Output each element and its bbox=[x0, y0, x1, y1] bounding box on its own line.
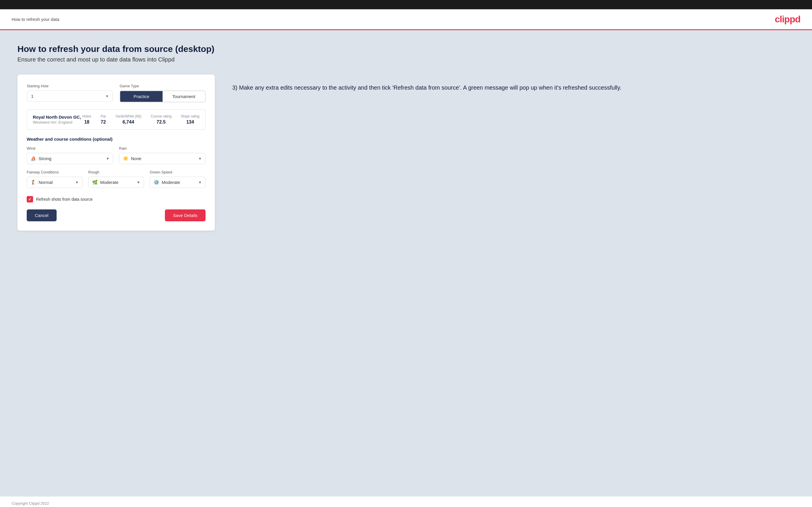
holes-value: 18 bbox=[83, 119, 92, 125]
fairway-select-wrapper[interactable]: 🏌 Normal Dry Wet Lush ▼ bbox=[27, 177, 83, 188]
course-location: Westward Ho!, England bbox=[33, 120, 81, 124]
rain-select-wrapper[interactable]: ☀️ None Light Heavy ▼ bbox=[119, 153, 206, 164]
starting-hole-label: Starting Hole bbox=[27, 84, 113, 88]
logo: clippd bbox=[775, 14, 800, 25]
page-heading: How to refresh your data from source (de… bbox=[17, 44, 795, 54]
header-title: How to refresh your data bbox=[12, 17, 59, 22]
starting-hole-game-type-row: Starting Hole 1 10 ▼ Game Type Practice … bbox=[27, 84, 206, 102]
rain-group: Rain ☀️ None Light Heavy ▼ bbox=[119, 146, 206, 164]
fairway-icon: 🏌 bbox=[31, 179, 36, 185]
rough-select[interactable]: Moderate Light Heavy bbox=[100, 177, 140, 188]
green-speed-group: Green Speed ⚙️ Moderate Slow Fast ▼ bbox=[150, 170, 206, 188]
green-speed-icon: ⚙️ bbox=[154, 179, 159, 185]
wind-icon: ⛵ bbox=[31, 156, 36, 161]
sidebar-description: 3) Make any extra edits necessary to the… bbox=[232, 83, 795, 92]
fairway-group: Fairway Conditions 🏌 Normal Dry Wet Lush… bbox=[27, 170, 83, 188]
par-label: Par bbox=[100, 114, 106, 118]
wind-select-wrapper[interactable]: ⛵ Strong None Light Moderate ▼ bbox=[27, 153, 113, 164]
green-speed-select[interactable]: Moderate Slow Fast bbox=[162, 177, 202, 188]
rain-label: Rain bbox=[119, 146, 206, 151]
course-rating-label: Course rating bbox=[151, 114, 171, 118]
holes-label: Holes bbox=[83, 114, 92, 118]
course-rating-value: 72.5 bbox=[151, 119, 171, 125]
course-details: Royal North Devon GC, Westward Ho!, Engl… bbox=[33, 115, 81, 124]
course-name: Royal North Devon GC, bbox=[33, 115, 81, 119]
button-row: Cancel Save Details bbox=[27, 210, 206, 221]
header: How to refresh your data clippd bbox=[0, 9, 812, 30]
game-type-group: Game Type Practice Tournament bbox=[119, 84, 206, 102]
par-value: 72 bbox=[100, 119, 106, 125]
wind-label: Wind bbox=[27, 146, 113, 151]
starting-hole-select[interactable]: 1 10 bbox=[27, 91, 112, 102]
yards-value: 6,744 bbox=[115, 119, 141, 125]
course-info-box: Royal North Devon GC, Westward Ho!, Engl… bbox=[27, 109, 206, 130]
game-type-label: Game Type bbox=[119, 84, 206, 88]
green-speed-select-wrapper[interactable]: ⚙️ Moderate Slow Fast ▼ bbox=[150, 177, 206, 188]
conditions-row: Fairway Conditions 🏌 Normal Dry Wet Lush… bbox=[27, 170, 206, 188]
game-type-toggle: Practice Tournament bbox=[119, 91, 206, 102]
rough-select-wrapper[interactable]: 🌿 Moderate Light Heavy ▼ bbox=[88, 177, 144, 188]
yards-stat: Yards/White (M)) 6,744 bbox=[115, 114, 141, 125]
course-rating-stat: Course rating 72.5 bbox=[151, 114, 171, 125]
practice-button[interactable]: Practice bbox=[120, 91, 163, 102]
green-speed-label: Green Speed bbox=[150, 170, 206, 174]
slope-rating-stat: Slope rating 134 bbox=[181, 114, 199, 125]
rain-icon: ☀️ bbox=[123, 156, 129, 161]
yards-label: Yards/White (M)) bbox=[115, 114, 141, 118]
page-subheading: Ensure the correct and most up to date d… bbox=[17, 56, 795, 63]
rough-label: Rough bbox=[88, 170, 144, 174]
slope-rating-label: Slope rating bbox=[181, 114, 199, 118]
footer-text: Copyright Clippd 2022 bbox=[12, 501, 49, 506]
main-content: How to refresh your data from source (de… bbox=[0, 30, 812, 497]
footer: Copyright Clippd 2022 bbox=[0, 497, 812, 507]
fairway-select[interactable]: Normal Dry Wet Lush bbox=[39, 177, 79, 188]
course-stats: Holes 18 Par 72 Yards/White (M)) 6,744 C… bbox=[83, 114, 199, 125]
top-bar bbox=[0, 0, 812, 9]
wind-rain-row: Wind ⛵ Strong None Light Moderate ▼ Rain bbox=[27, 146, 206, 164]
refresh-checkbox[interactable] bbox=[27, 196, 33, 203]
wind-select[interactable]: Strong None Light Moderate bbox=[39, 153, 109, 164]
sidebar-text: 3) Make any extra edits necessary to the… bbox=[232, 74, 795, 92]
rough-group: Rough 🌿 Moderate Light Heavy ▼ bbox=[88, 170, 144, 188]
starting-hole-select-wrapper[interactable]: 1 10 ▼ bbox=[27, 91, 113, 102]
form-panel: Starting Hole 1 10 ▼ Game Type Practice … bbox=[17, 74, 215, 231]
slope-rating-value: 134 bbox=[181, 119, 199, 125]
rain-select[interactable]: None Light Heavy bbox=[131, 153, 202, 164]
refresh-row: Refresh shots from data source bbox=[27, 196, 206, 203]
fairway-label: Fairway Conditions bbox=[27, 170, 83, 174]
weather-section-title: Weather and course conditions (optional) bbox=[27, 136, 206, 142]
holes-stat: Holes 18 bbox=[83, 114, 92, 125]
rough-icon: 🌿 bbox=[92, 179, 98, 185]
cancel-button[interactable]: Cancel bbox=[27, 210, 57, 221]
content-area: Starting Hole 1 10 ▼ Game Type Practice … bbox=[17, 74, 795, 231]
par-stat: Par 72 bbox=[100, 114, 106, 125]
refresh-label: Refresh shots from data source bbox=[36, 197, 93, 202]
save-button[interactable]: Save Details bbox=[165, 210, 206, 221]
starting-hole-group: Starting Hole 1 10 ▼ bbox=[27, 84, 113, 102]
tournament-button[interactable]: Tournament bbox=[163, 91, 205, 102]
wind-group: Wind ⛵ Strong None Light Moderate ▼ bbox=[27, 146, 113, 164]
